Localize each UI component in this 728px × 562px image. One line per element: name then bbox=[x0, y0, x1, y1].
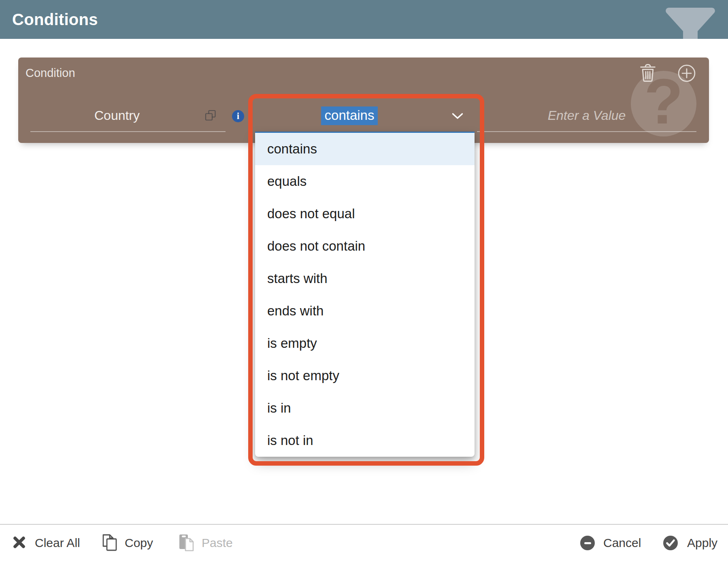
apply-label: Apply bbox=[687, 536, 717, 550]
field-country-label: Country bbox=[94, 108, 140, 123]
chevron-down-icon[interactable] bbox=[452, 113, 463, 119]
condition-panel-title: Condition bbox=[26, 66, 75, 80]
dropdown-option[interactable]: is not empty bbox=[255, 360, 475, 392]
dropdown-option[interactable]: does not equal bbox=[255, 198, 475, 230]
copy-button[interactable]: Copy bbox=[100, 532, 153, 554]
operator-combobox[interactable]: contains bbox=[255, 100, 474, 132]
value-input[interactable] bbox=[477, 108, 696, 123]
clear-all-icon bbox=[13, 536, 26, 550]
dropdown-option[interactable]: is not in bbox=[255, 424, 475, 457]
delete-condition-button[interactable] bbox=[639, 64, 657, 82]
dropdown-option[interactable]: is empty bbox=[255, 327, 475, 360]
dropdown-option[interactable]: ends with bbox=[255, 295, 475, 327]
footer-divider bbox=[0, 524, 728, 525]
dialog-header: Conditions bbox=[0, 0, 728, 39]
clear-all-label: Clear All bbox=[35, 536, 80, 550]
duplicate-field-icon[interactable] bbox=[204, 109, 217, 121]
value-field bbox=[477, 100, 696, 132]
copy-label: Copy bbox=[125, 536, 153, 550]
cancel-label: Cancel bbox=[603, 536, 641, 550]
dropdown-option[interactable]: starts with bbox=[255, 262, 475, 295]
paste-icon bbox=[177, 533, 196, 553]
dropdown-option[interactable]: does not contain bbox=[255, 230, 475, 262]
cancel-button[interactable]: Cancel bbox=[580, 532, 641, 554]
field-country[interactable]: Country bbox=[30, 100, 226, 132]
paste-button[interactable]: Paste bbox=[177, 532, 233, 554]
info-icon[interactable]: i bbox=[232, 110, 244, 122]
apply-icon bbox=[663, 536, 678, 550]
copy-icon bbox=[100, 533, 119, 553]
clear-all-button[interactable]: Clear All bbox=[13, 532, 80, 554]
paste-label: Paste bbox=[202, 536, 233, 550]
apply-button[interactable]: Apply bbox=[663, 532, 717, 554]
dropdown-option[interactable]: is in bbox=[255, 392, 475, 424]
conditions-dialog: Conditions Condition ? bbox=[0, 0, 728, 562]
filter-funnel-icon bbox=[665, 8, 716, 40]
dropdown-option[interactable]: contains bbox=[255, 133, 475, 165]
operator-dropdown-list: containsequalsdoes not equaldoes not con… bbox=[255, 132, 475, 457]
condition-panel: Condition ? Country bbox=[18, 57, 709, 143]
dialog-title: Conditions bbox=[12, 0, 98, 39]
operator-selected-value: contains bbox=[321, 106, 378, 125]
add-condition-button[interactable] bbox=[678, 64, 696, 82]
cancel-icon bbox=[580, 536, 595, 550]
dropdown-option[interactable]: equals bbox=[255, 165, 475, 198]
